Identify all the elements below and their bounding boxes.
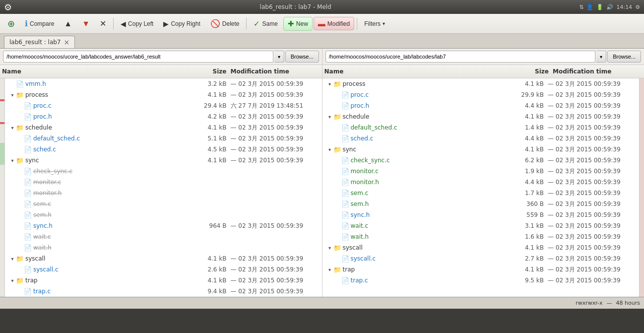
file-size: 2.7 kB: [513, 255, 548, 262]
list-item[interactable]: 📄monitor.c1.9 kB— 02 3月 2015 00:59:39: [322, 166, 640, 177]
list-item[interactable]: 📄syscall.c2.6 kB— 02 3月 2015 00:59:39: [5, 264, 322, 275]
list-item[interactable]: 📄default_sched.c1.4 kB— 02 3月 2015 00:59…: [322, 122, 640, 133]
list-item[interactable]: 📄wait.h: [5, 242, 322, 253]
right-browse-button[interactable]: Browse...: [607, 51, 641, 63]
list-item[interactable]: ▾📁sync4.1 kB— 02 3月 2015 00:59:39: [5, 155, 322, 166]
list-item[interactable]: 📄wait.c: [5, 231, 322, 242]
folder-toggle[interactable]: ▾: [9, 256, 16, 262]
file-mtime: — 02 3月 2015 00:59:39: [548, 211, 637, 219]
same-button[interactable]: ✓ Same: [249, 17, 282, 31]
list-item[interactable]: ▾📁syscall4.1 kB— 02 3月 2015 00:59:39: [5, 253, 322, 264]
folder-toggle[interactable]: ▾: [326, 114, 333, 120]
file-icon: 📄: [24, 135, 32, 142]
tab-close-button[interactable]: ×: [64, 38, 70, 46]
file-name: wait.h: [33, 244, 196, 251]
left-browse-button[interactable]: Browse...: [285, 51, 319, 63]
file-mtime: — 02 3月 2015 00:59:39: [231, 145, 320, 154]
check-icon: ✓: [254, 19, 260, 28]
list-item[interactable]: ▾📁sync4.1 kB— 02 3月 2015 00:59:39: [322, 144, 640, 155]
file-size: 6.2 kB: [513, 157, 548, 164]
list-item[interactable]: 📄sched.c4.4 kB— 02 3月 2015 00:59:39: [322, 133, 640, 144]
folder-toggle[interactable]: ▾: [9, 92, 16, 98]
list-item[interactable]: 📄proc.c29.4 kB六 27 7月 2019 13:48:51: [5, 100, 322, 111]
list-item[interactable]: 📄sem.c1.7 kB— 02 3月 2015 00:59:39: [322, 188, 640, 199]
file-icon: 📄: [341, 179, 349, 186]
col-headers-container: Name Size Modification time Name Size Mo…: [0, 65, 644, 78]
file-name: sem.h: [351, 200, 514, 207]
file-size: 3.1 kB: [513, 222, 548, 229]
folder-toggle[interactable]: ▾: [326, 245, 333, 251]
list-item[interactable]: ▾📁schedule4.1 kB— 02 3月 2015 00:59:39: [5, 122, 322, 133]
file-name: schedule: [343, 113, 514, 120]
file-mtime: — 02 3月 2015 00:59:39: [548, 124, 637, 132]
new-icon: ✚: [288, 19, 294, 28]
folder-toggle[interactable]: ▾: [9, 125, 16, 131]
file-mtime: — 02 3月 2015 00:59:39: [548, 80, 637, 88]
list-item[interactable]: 📄vmm.h3.2 kB— 02 3月 2015 00:59:39: [5, 78, 322, 89]
file-name: trap.c: [351, 277, 514, 284]
list-item[interactable]: 📄proc.h4.4 kB— 02 3月 2015 00:59:39: [322, 100, 640, 111]
tab-main[interactable]: lab6_result : lab7 ×: [4, 36, 75, 48]
list-item[interactable]: ▾📁syscall4.1 kB— 02 3月 2015 00:59:39: [322, 242, 640, 253]
new-button[interactable]: ✚ New: [283, 17, 313, 31]
stop-button[interactable]: ✕: [95, 16, 111, 31]
list-item[interactable]: 📄default_sched.c5.1 kB— 02 3月 2015 00:59…: [5, 133, 322, 144]
folder-toggle[interactable]: ▾: [326, 147, 333, 152]
copy-left-icon: ◀: [121, 20, 126, 28]
list-item[interactable]: 📄monitor.h: [5, 188, 322, 199]
right-path-input[interactable]: [325, 51, 596, 63]
list-item[interactable]: ▾📁process4.1 kB— 02 3月 2015 00:59:39: [322, 78, 640, 89]
modified-button[interactable]: ▬ Modified: [314, 17, 354, 30]
file-size: 3.2 kB: [196, 80, 231, 87]
compare-icon: ℹ: [25, 19, 28, 28]
folder-toggle[interactable]: ▾: [9, 278, 16, 283]
list-item[interactable]: 📄monitor.h4.4 kB— 02 3月 2015 00:59:39: [322, 177, 640, 188]
folder-icon: 📁: [333, 266, 341, 273]
list-item[interactable]: 📄sem.c: [5, 199, 322, 209]
left-col-mtime: Modification time: [231, 68, 320, 75]
add-button[interactable]: ⊕: [3, 16, 19, 32]
compare-button[interactable]: ℹ Compare: [20, 16, 59, 31]
right-path-dropdown[interactable]: ▾: [596, 51, 606, 63]
copy-left-button[interactable]: ◀ Copy Left: [116, 17, 158, 30]
left-path-dropdown[interactable]: ▾: [274, 51, 284, 63]
clock: 14:14: [616, 4, 632, 10]
file-size: 4.2 kB: [196, 113, 231, 120]
list-item[interactable]: 📄sem.h360 B— 02 3月 2015 00:59:39: [322, 199, 640, 209]
list-item[interactable]: 📄syscall.c2.7 kB— 02 3月 2015 00:59:39: [322, 253, 640, 264]
list-item[interactable]: 📄proc.h4.2 kB— 02 3月 2015 00:59:39: [5, 111, 322, 122]
list-item[interactable]: ▾📁process4.1 kB— 02 3月 2015 00:59:39: [5, 89, 322, 100]
folder-toggle[interactable]: ▾: [326, 267, 333, 272]
filters-button[interactable]: Filters ▾: [360, 18, 389, 30]
left-path-input[interactable]: [3, 51, 273, 63]
file-size: 360 B: [513, 200, 548, 207]
left-file-tree: 📄vmm.h3.2 kB— 02 3月 2015 00:59:39▾📁proce…: [5, 78, 322, 297]
file-name: trap: [25, 277, 196, 284]
copy-right-button[interactable]: ▶ Copy Right: [159, 17, 204, 30]
list-item[interactable]: 📄trap.c9.5 kB— 02 3月 2015 00:59:39: [322, 275, 640, 286]
separator-2: [246, 18, 247, 30]
list-item[interactable]: 📄check_sync.c6.2 kB— 02 3月 2015 00:59:39: [322, 155, 640, 166]
list-item[interactable]: ▾📁schedule4.1 kB— 02 3月 2015 00:59:39: [322, 111, 640, 122]
list-item[interactable]: 📄sem.h: [5, 209, 322, 220]
diff-marker-1: [0, 99, 4, 101]
folder-toggle[interactable]: ▾: [326, 81, 333, 87]
list-item[interactable]: ▾📁trap4.1 kB— 02 3月 2015 00:59:39: [5, 275, 322, 286]
list-item[interactable]: 📄sched.c4.5 kB— 02 3月 2015 00:59:39: [5, 144, 322, 155]
list-item[interactable]: 📄wait.h1.6 kB— 02 3月 2015 00:59:39: [322, 231, 640, 242]
file-mtime: — 02 3月 2015 00:59:39: [548, 233, 637, 241]
list-item[interactable]: 📄trap.c9.4 kB— 02 3月 2015 00:59:39: [5, 286, 322, 297]
list-item[interactable]: 📄monitor.c: [5, 177, 322, 188]
list-item[interactable]: 📄proc.c29.9 kB— 02 3月 2015 00:59:39: [322, 89, 640, 100]
list-item[interactable]: 📄sync.h559 B— 02 3月 2015 00:59:39: [322, 209, 640, 220]
list-item[interactable]: 📄wait.c3.1 kB— 02 3月 2015 00:59:39: [322, 220, 640, 231]
list-item[interactable]: ▾📁trap4.1 kB— 02 3月 2015 00:59:39: [322, 264, 640, 275]
up-button[interactable]: ▲: [60, 17, 76, 31]
file-name: check_sync.c: [33, 168, 196, 175]
file-size: 559 B: [513, 211, 548, 218]
folder-toggle[interactable]: ▾: [9, 158, 16, 163]
delete-button[interactable]: 🚫 Delete: [206, 16, 244, 31]
down-button[interactable]: ▼: [77, 17, 94, 31]
list-item[interactable]: 📄check_sync.c: [5, 166, 322, 177]
list-item[interactable]: 📄sync.h964 B— 02 3月 2015 00:59:39: [5, 220, 322, 231]
